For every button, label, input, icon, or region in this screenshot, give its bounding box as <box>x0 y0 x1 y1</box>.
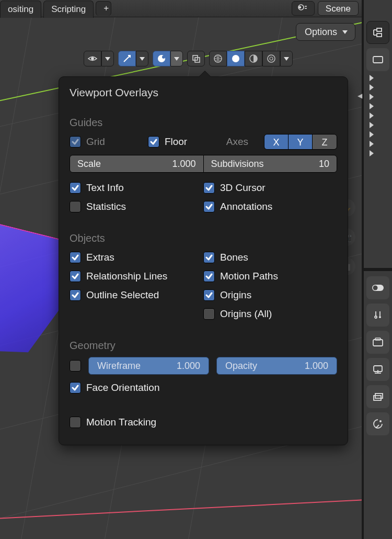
field-opacity-label: Opacity <box>225 361 257 372</box>
axes-segmented: X Y Z <box>264 134 337 150</box>
axis-x-toggle[interactable]: X <box>264 134 289 149</box>
checkbox-text-info[interactable] <box>70 182 81 194</box>
collapse-caret-icon[interactable]: ◀ <box>358 92 362 99</box>
checkbox-motion-tracking[interactable] <box>70 417 81 428</box>
viewport-header-controls <box>84 49 355 68</box>
shading-rendered[interactable] <box>262 51 280 66</box>
field-subdivisions[interactable]: Subdivisions 10 <box>203 155 338 173</box>
workspace-add-tab[interactable]: + <box>96 1 111 16</box>
checkbox-wireframe[interactable] <box>70 360 81 372</box>
overlays-menu[interactable] <box>170 51 183 66</box>
props-output-icon[interactable] <box>366 358 389 381</box>
svg-point-13 <box>299 7 301 8</box>
svg-point-16 <box>162 55 165 59</box>
collection-expand-2[interactable] <box>366 83 389 92</box>
props-tools-icon[interactable] <box>366 304 389 327</box>
chevron-down-icon <box>342 30 348 34</box>
checkbox-statistics[interactable] <box>70 201 81 212</box>
collection-expand-5[interactable] <box>366 111 389 120</box>
selectability-menu[interactable] <box>101 51 114 66</box>
svg-line-6 <box>0 17 31 539</box>
field-subdiv-label: Subdivisions <box>211 159 264 170</box>
svg-point-30 <box>373 286 378 290</box>
properties-sidebar: ◀ <box>362 0 392 539</box>
options-dropdown[interactable]: Options <box>296 23 355 41</box>
label-origins-all: Origins (All) <box>220 308 272 320</box>
scene-picker-icon[interactable] <box>292 1 315 16</box>
collection-expand-1[interactable] <box>366 73 389 83</box>
svg-point-14 <box>91 58 94 60</box>
workspace-tabs: ositing Scripting + Scene <box>0 0 362 17</box>
checkbox-floor[interactable] <box>148 136 159 148</box>
svg-rect-26 <box>377 28 382 31</box>
svg-rect-28 <box>373 57 383 63</box>
checkbox-grid[interactable] <box>70 136 81 148</box>
field-scale-label: Scale <box>77 159 101 170</box>
axis-y-toggle[interactable]: Y <box>289 134 313 149</box>
checkbox-bones[interactable] <box>203 252 215 263</box>
svg-point-37 <box>379 420 382 422</box>
label-axes: Axes <box>226 136 248 148</box>
workspace-tab-compositing[interactable]: ositing <box>0 1 41 18</box>
axis-z-toggle[interactable]: Z <box>313 134 337 149</box>
checkbox-annotations[interactable] <box>203 201 215 212</box>
collection-expand-4[interactable] <box>366 102 389 111</box>
collection-expand-6[interactable] <box>366 120 389 130</box>
collection-icon[interactable] <box>366 48 389 71</box>
options-label: Options <box>305 23 337 41</box>
svg-rect-27 <box>377 33 382 37</box>
label-extras: Extras <box>86 252 114 263</box>
checkbox-motion-paths[interactable] <box>203 271 215 282</box>
checkbox-extras[interactable] <box>70 252 81 263</box>
scene-name-field[interactable]: Scene <box>318 1 359 16</box>
collection-expand-7[interactable] <box>366 130 389 139</box>
checkbox-relationship-lines[interactable] <box>70 271 81 282</box>
label-grid: Grid <box>86 136 105 148</box>
field-scale-value: 1.000 <box>172 159 195 170</box>
label-floor: Floor <box>165 136 187 148</box>
collection-expand-8[interactable] <box>366 139 389 149</box>
shading-wireframe[interactable] <box>209 51 227 66</box>
field-wireframe[interactable]: Wireframe 1.000 <box>88 357 209 375</box>
field-scale[interactable]: Scale 1.000 <box>70 155 204 173</box>
field-wireframe-label: Wireframe <box>97 361 141 372</box>
gizmo-menu[interactable] <box>136 51 148 66</box>
collection-expand-9[interactable] <box>366 149 389 158</box>
overlays-toggle[interactable] <box>153 51 170 66</box>
label-motion-paths: Motion Paths <box>220 271 278 282</box>
props-viewlayer-icon[interactable] <box>366 385 389 408</box>
props-context-toggle-icon[interactable] <box>366 276 389 299</box>
checkbox-outline-selected[interactable] <box>70 289 81 301</box>
checkbox-origins[interactable] <box>203 289 215 301</box>
gizmo-toggle[interactable] <box>118 51 136 66</box>
label-motion-tracking: Motion Tracking <box>86 417 156 428</box>
shading-matprev[interactable] <box>245 51 262 66</box>
svg-point-24 <box>268 55 275 62</box>
checkbox-origins-all[interactable] <box>203 308 215 320</box>
svg-line-11 <box>0 499 362 520</box>
workspace-tab-scripting[interactable]: Scripting <box>43 1 94 18</box>
outliner-icon[interactable] <box>366 21 389 44</box>
label-text-info: Text Info <box>86 182 124 194</box>
selectability-toggle[interactable] <box>84 51 101 66</box>
field-wireframe-value: 1.000 <box>177 361 200 372</box>
section-objects: Objects <box>70 232 337 244</box>
props-render-icon[interactable] <box>366 331 389 354</box>
section-geometry: Geometry <box>70 340 337 352</box>
xray-toggle[interactable] <box>187 51 205 66</box>
label-outline-selected: Outline Selected <box>86 289 159 301</box>
collection-expand-3[interactable] <box>366 92 389 102</box>
props-scene-icon[interactable] <box>366 412 389 435</box>
label-relationship-lines: Relationship Lines <box>86 271 167 282</box>
shading-solid[interactable] <box>227 51 245 66</box>
field-opacity[interactable]: Opacity 1.000 <box>216 357 337 375</box>
label-annotations: Annotations <box>220 201 272 212</box>
label-statistics: Statistics <box>86 201 126 212</box>
checkbox-3d-cursor[interactable] <box>203 182 215 194</box>
svg-point-25 <box>270 57 273 60</box>
field-subdiv-value: 10 <box>319 159 329 170</box>
checkbox-face-orientation[interactable] <box>70 382 81 394</box>
label-face-orientation: Face Orientation <box>86 382 159 394</box>
shading-menu[interactable] <box>280 51 293 66</box>
svg-point-31 <box>375 316 377 318</box>
